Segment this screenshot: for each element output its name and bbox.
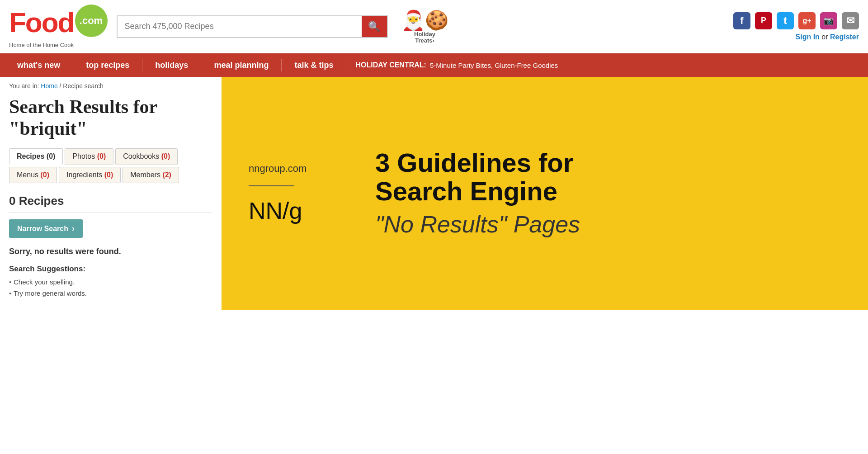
sign-in-or: or [821, 33, 830, 41]
pinterest-icon[interactable]: P [755, 12, 772, 29]
tab-ingredients-label: Ingredients [66, 171, 102, 179]
twitter-icon[interactable]: t [777, 12, 794, 29]
logo-food-text: Food [9, 9, 74, 37]
search-bar: 🔍 [117, 15, 388, 38]
narrow-search-label: Narrow Search [17, 225, 68, 233]
tab-menus[interactable]: Menus (0) [9, 167, 57, 183]
nav-talk-tips[interactable]: talk & tips [282, 53, 346, 77]
nng-logo-light: /g [283, 198, 302, 224]
logo[interactable]: Food .com [9, 5, 108, 41]
googleplus-icon[interactable]: g+ [798, 12, 816, 29]
recipes-count: 0 Recipes [9, 194, 212, 213]
tab-ingredients-count: (0) [104, 171, 113, 179]
site-header: Food .com Home of the Home Cook 🔍 🎅🍪 Hol… [0, 0, 868, 53]
nng-headline-line1: 3 Guidelines for [375, 148, 573, 177]
logo-com-text: .com [80, 16, 103, 26]
logo-com-bubble: .com [75, 5, 108, 37]
facebook-icon[interactable]: f [733, 12, 750, 29]
nng-headline-line2: Search Engine [375, 176, 557, 206]
search-input[interactable] [118, 16, 362, 37]
tab-photos[interactable]: Photos (0) [65, 148, 113, 165]
nav-holidays[interactable]: holidays [142, 53, 201, 77]
holiday-treats-banner[interactable]: 🎅🍪 HolidayTreats› [401, 9, 448, 44]
tab-photos-count: (0) [97, 152, 106, 160]
holiday-treats-label: HolidayTreats› [414, 31, 435, 44]
instagram-icon[interactable]: 📷 [820, 12, 837, 29]
search-icon: 🔍 [368, 21, 380, 33]
search-button[interactable]: 🔍 [362, 16, 387, 37]
holiday-figures-icon: 🎅🍪 [401, 9, 448, 31]
nng-right-col: 3 Guidelines for Search Engine "No Resul… [375, 148, 841, 239]
holiday-central[interactable]: HOLIDAY CENTRAL: 5-Minute Party Bites, G… [346, 61, 567, 69]
nng-logo-bold: NN [249, 198, 283, 224]
breadcrumb-prefix: You are in: [9, 82, 41, 90]
tab-photos-label: Photos [72, 152, 95, 160]
nng-divider [249, 185, 294, 186]
nng-domain: nngroup.com [249, 163, 339, 175]
tab-cookbooks-label: Cookbooks [123, 152, 159, 160]
suggestion-item-2: Try more general words. [9, 289, 212, 297]
breadcrumb-home[interactable]: Home [41, 82, 57, 90]
breadcrumb: You are in: Home / Recipe search [9, 82, 212, 90]
tab-menus-label: Menus [17, 171, 38, 179]
nng-panel: nngroup.com NN/g 3 Guidelines for Search… [222, 77, 868, 310]
tab-cookbooks-count: (0) [161, 152, 170, 160]
results-title: Search Results for "briquit" [9, 96, 212, 139]
search-area: 🔍 [117, 15, 388, 38]
nng-headline: 3 Guidelines for Search Engine [375, 148, 841, 206]
nav-top-recipes[interactable]: top recipes [73, 53, 142, 77]
narrow-search-button[interactable]: Narrow Search › [9, 219, 83, 238]
logo-area: Food .com Home of the Home Cook [9, 5, 108, 48]
no-results-message: Sorry, no results were found. [9, 247, 212, 256]
suggestion-item-1: Check your spelling. [9, 278, 212, 286]
search-tabs: Recipes (0) Photos (0) Cookbooks (0) Men… [9, 148, 212, 183]
holiday-central-label: HOLIDAY CENTRAL: [355, 61, 426, 69]
social-area: f P t g+ 📷 ✉ Sign In or Register [733, 12, 859, 41]
nng-subheadline: "No Results" Pages [375, 210, 841, 238]
main-content: You are in: Home / Recipe search Search … [0, 77, 868, 310]
nav-whats-new[interactable]: what's new [5, 53, 73, 77]
tab-members[interactable]: Members (2) [123, 167, 179, 183]
social-icons-row: f P t g+ 📷 ✉ [733, 12, 859, 29]
tab-members-count: (2) [162, 171, 171, 179]
register-link[interactable]: Register [830, 33, 859, 41]
nng-left-col: nngroup.com NN/g [249, 163, 339, 224]
sign-in-link[interactable]: Sign In [796, 33, 820, 41]
breadcrumb-current: Recipe search [63, 82, 104, 90]
email-icon[interactable]: ✉ [842, 12, 859, 29]
tab-recipes-label: Recipes [17, 152, 44, 160]
logo-tagline: Home of the Home Cook [9, 42, 108, 48]
nav-meal-planning[interactable]: meal planning [201, 53, 281, 77]
tab-menus-count: (0) [40, 171, 49, 179]
tab-recipes-count-val: (0) [47, 152, 56, 160]
sign-in-area: Sign In or Register [796, 33, 859, 41]
tab-members-label: Members [130, 171, 160, 179]
nav-bar: what's new top recipes holidays meal pla… [0, 53, 868, 77]
nng-logo: NN/g [249, 197, 339, 224]
narrow-search-arrow-icon: › [72, 224, 75, 233]
suggestions-title: Search Suggestions: [9, 265, 212, 274]
tab-recipes[interactable]: Recipes (0) [9, 148, 63, 165]
tab-ingredients[interactable]: Ingredients (0) [59, 167, 121, 183]
holiday-central-links: 5-Minute Party Bites, Gluten-Free Goodie… [430, 61, 558, 69]
left-panel: You are in: Home / Recipe search Search … [0, 77, 222, 310]
tab-cookbooks[interactable]: Cookbooks (0) [115, 148, 178, 165]
